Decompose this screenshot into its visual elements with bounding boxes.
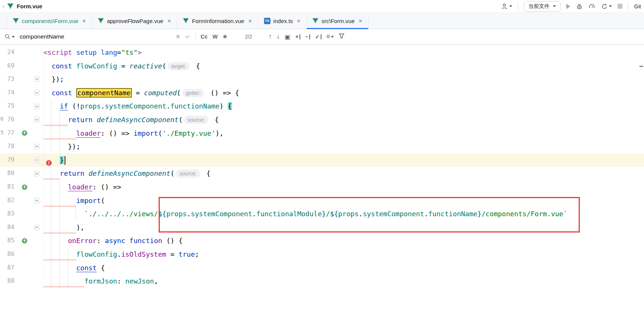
tab-src-form-vue[interactable]: src\Form.vue✕ xyxy=(307,13,368,29)
code-line-78[interactable]: 78 }); xyxy=(0,140,644,153)
stop-button[interactable] xyxy=(618,4,622,9)
tab-approveflowpage-vue[interactable]: approveFlowPage.vue✕ xyxy=(92,13,177,29)
next-match-icon[interactable]: ↓ xyxy=(276,33,280,40)
list-options-icon[interactable]: ≡ xyxy=(326,33,334,40)
code-token: . xyxy=(252,210,256,218)
code-line-75[interactable]: 75 if (!props.systemComponent.functionNa… xyxy=(0,99,644,113)
tab-forminformation-vue[interactable]: FormInformation.vue✕ xyxy=(177,13,258,29)
code-line-76[interactable]: 76 return defineAsyncComponent(source: { xyxy=(0,113,644,127)
find-in-selection-icon[interactable]: ▣ xyxy=(285,33,290,40)
close-tab-icon[interactable]: ✕ xyxy=(358,18,363,24)
add-occurrence-icon[interactable]: + xyxy=(295,34,300,40)
line-number[interactable]: 73 xyxy=(0,73,19,86)
gutter-arrow-up-icon[interactable] xyxy=(19,127,30,140)
vue-logo-icon xyxy=(7,3,14,9)
code-token: setup xyxy=(76,48,97,56)
gutter-fold xyxy=(30,180,43,194)
code-line-73[interactable]: 73 }); xyxy=(0,73,644,86)
indent-whitespace xyxy=(43,237,68,245)
close-tab-icon[interactable]: ✕ xyxy=(167,18,171,24)
line-number[interactable]: 87 xyxy=(0,261,19,275)
line-number[interactable]: 80 xyxy=(0,167,19,180)
line-number[interactable]: 74 xyxy=(0,86,19,100)
gutter-arrow-up-icon[interactable] xyxy=(19,180,30,194)
run-button[interactable] xyxy=(566,4,570,9)
line-number[interactable]: 24 xyxy=(0,46,19,59)
line-number[interactable]: 79 xyxy=(0,153,19,167)
fold-down-icon[interactable] xyxy=(30,86,43,100)
nav-chevron-icon[interactable]: › xyxy=(2,3,4,9)
code-line-82[interactable]: 82 import( xyxy=(0,194,644,208)
code-line-24[interactable]: 24<script setup lang="ts"> xyxy=(0,46,644,59)
tab-components-form-vue[interactable]: components\Form.vue✕ xyxy=(7,13,92,29)
run-config-selector[interactable]: 当前文件 xyxy=(524,1,561,12)
code-token: const xyxy=(52,62,72,70)
match-case-toggle[interactable]: Cc xyxy=(201,34,208,40)
fold-up-icon[interactable] xyxy=(30,221,43,234)
code-line-87[interactable]: 87 const { xyxy=(0,261,644,275)
code-token xyxy=(93,116,97,124)
line-number[interactable]: 69 xyxy=(0,59,19,73)
line-number[interactable]: 81 xyxy=(0,180,19,194)
fold-down-icon[interactable] xyxy=(30,167,43,180)
close-tab-icon[interactable]: ✕ xyxy=(248,18,252,24)
line-number[interactable]: 75 xyxy=(0,99,19,113)
code-line-83[interactable]: 83 `./../../../views/${props.systemCompo… xyxy=(0,207,644,221)
fold-down-icon[interactable] xyxy=(30,99,43,113)
search-input[interactable] xyxy=(20,33,171,40)
code-line-69[interactable]: 69 const flowConfig = reactive(target: { xyxy=(0,59,644,73)
code-token: { xyxy=(202,169,211,177)
newline-icon[interactable]: ↵ xyxy=(185,33,190,40)
line-number[interactable]: 84 xyxy=(0,221,19,234)
rerun-button[interactable] xyxy=(601,3,612,10)
fold-up-icon[interactable] xyxy=(30,73,43,86)
regex-toggle[interactable]: ✳ xyxy=(222,34,227,40)
code-line-79[interactable]: 79 } xyxy=(0,153,644,167)
fold-up-icon[interactable] xyxy=(30,153,43,167)
tab-index-ts[interactable]: TSindex.ts✕ xyxy=(258,13,307,29)
line-number[interactable]: 88 xyxy=(0,274,19,288)
indent-whitespace xyxy=(43,183,68,191)
code-line-84[interactable]: 84 ), xyxy=(0,221,644,234)
code-line-80[interactable]: 80 return defineAsyncComponent(source: { xyxy=(0,167,644,180)
code-line-86[interactable]: 86 flowConfig.isOldSystem = true; xyxy=(0,248,644,261)
error-icon[interactable] xyxy=(46,157,52,163)
code-line-77[interactable]: 77 loader: () => import('./Empty.vue'), xyxy=(0,127,644,140)
line-number[interactable]: 86 xyxy=(0,248,19,261)
chevron-down-icon xyxy=(509,5,512,7)
line-number[interactable]: 78 xyxy=(0,140,19,153)
code-token: ${ xyxy=(330,210,338,218)
code-token: . xyxy=(166,102,170,110)
git-menu[interactable]: Git xyxy=(634,3,641,9)
previous-match-icon[interactable]: ↑ xyxy=(269,33,272,40)
search-history-icon[interactable] xyxy=(12,36,15,38)
fold-up-icon[interactable] xyxy=(30,140,43,153)
code-text: ), xyxy=(43,221,644,234)
close-tab-icon[interactable]: ✕ xyxy=(297,18,301,24)
fold-down-icon[interactable] xyxy=(30,194,43,208)
select-all-occurrences-icon[interactable]: ✓ xyxy=(315,34,321,40)
code-line-85[interactable]: 85 onError: async function () { xyxy=(0,234,644,248)
line-number[interactable]: 85 xyxy=(0,234,19,248)
fold-down-icon[interactable] xyxy=(30,113,43,127)
code-editor[interactable]: 24<script setup lang="ts">69 const flowC… xyxy=(0,45,644,310)
line-number[interactable]: 83 xyxy=(0,207,19,221)
code-token: : () => xyxy=(101,129,134,137)
vue-file-icon xyxy=(183,18,189,23)
code-token: true xyxy=(179,250,195,258)
gutter-arrow-up-icon[interactable] xyxy=(19,234,30,248)
clear-search-icon[interactable]: ✕ xyxy=(176,33,181,40)
search-icon[interactable] xyxy=(5,34,15,40)
words-toggle[interactable]: W xyxy=(213,34,218,40)
debug-button[interactable] xyxy=(576,3,583,10)
remove-occurrence-icon[interactable]: − xyxy=(305,34,310,40)
code-line-88[interactable]: 88 formJson: newJson, xyxy=(0,274,644,288)
filter-icon[interactable] xyxy=(339,33,344,40)
code-line-74[interactable]: 74 const componentName = computed(getter… xyxy=(0,86,644,100)
profiler-button[interactable] xyxy=(588,3,595,10)
line-number[interactable]: 82 xyxy=(0,194,19,208)
code-line-81[interactable]: 81 loader: () => xyxy=(0,180,644,194)
user-icon[interactable] xyxy=(501,3,512,10)
close-tab-icon[interactable]: ✕ xyxy=(82,18,86,24)
gutter-fold xyxy=(30,127,43,140)
